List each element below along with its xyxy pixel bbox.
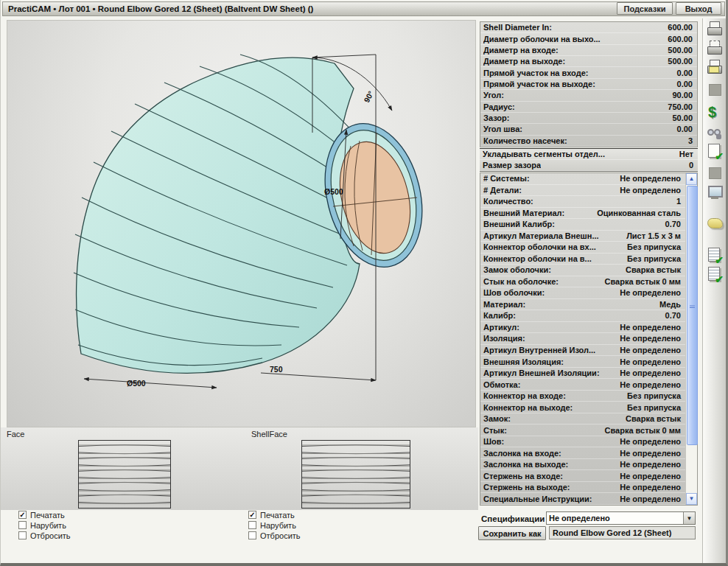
checkbox-печатать[interactable]: ✓Печатать (18, 510, 71, 520)
property-label: Размер зазора (483, 161, 541, 170)
scrollbar[interactable]: ▲ ▼ (685, 173, 697, 505)
property-row[interactable]: Коннектор на входе:Без припуска (480, 391, 685, 402)
property-row[interactable]: Заслонка на выходе:Не определено (480, 459, 685, 471)
property-row[interactable]: Материал:Медь (480, 299, 685, 311)
pattern-preview-shellface (301, 440, 410, 511)
property-label: Артикул Материала Внешн... (483, 231, 599, 240)
property-row[interactable]: Артикул:Не определено (480, 322, 685, 334)
checkbox-icon[interactable] (18, 521, 27, 529)
property-row[interactable]: Стержень на входе:Не определено (480, 470, 685, 482)
properties-segment-section: Укладывать сегменты отдел...НетРазмер за… (480, 148, 698, 172)
checkbox-отбросить[interactable]: Отбросить (248, 531, 301, 540)
disabled-shape-icon (707, 165, 723, 181)
property-label: Обмотка: (483, 380, 520, 389)
model-viewport[interactable]: 90° Ø500 Ø500 750 (7, 20, 476, 427)
checkbox-отбросить[interactable]: Отбросить (18, 531, 71, 540)
property-row[interactable]: Стержень на выходе:Не определено (480, 482, 685, 494)
property-row[interactable]: Шов оболочки:Не определено (480, 287, 685, 299)
print-icon[interactable] (707, 21, 723, 37)
property-row[interactable]: Укладывать сегменты отдел...Нет (480, 149, 698, 160)
property-row[interactable]: Коннектор оболочки на в...Без припуска (480, 254, 685, 265)
checkbox-icon[interactable]: ✓ (18, 511, 27, 519)
property-row[interactable]: Угол:90.00 (480, 90, 697, 101)
property-row[interactable]: Стык:Сварка встык 0 мм (480, 424, 685, 436)
property-row[interactable]: Изоляция:Не определено (480, 333, 685, 345)
property-row[interactable]: Внешний Калибр:0.70 (480, 219, 685, 231)
checkbox-label: Нарубить (260, 521, 296, 530)
scroll-up-icon[interactable]: ▲ (686, 173, 697, 185)
property-row[interactable]: Количество:1 (480, 196, 685, 208)
property-label: Диаметр оболочки на выхо... (483, 35, 601, 43)
specifications-dropdown[interactable]: Не определено ▼ (546, 511, 696, 525)
property-row[interactable]: Угол шва:0.00 (480, 124, 697, 135)
property-label: Диаметр на выходе: (483, 57, 565, 66)
property-value: 3 (688, 136, 693, 145)
print-label-icon[interactable] (707, 59, 723, 75)
checkbox-icon[interactable] (18, 531, 27, 539)
property-row[interactable]: Размер зазора0 (480, 160, 698, 171)
approve-note-icon[interactable]: ✔ (707, 143, 723, 159)
property-value: Без припуска (627, 403, 681, 412)
property-row[interactable]: # Детали:Не определено (480, 185, 685, 197)
binoculars-gear-icon[interactable] (707, 125, 723, 142)
property-row[interactable]: Артикул Материала Внешн...Лист 1.5 x 3 м (480, 231, 685, 242)
property-row[interactable]: Внешняя Изоляция:Не определено (480, 356, 685, 368)
property-label: Коннектор оболочки на в... (483, 254, 592, 263)
property-row[interactable]: Внешний Материал:Оцинкованная сталь (480, 208, 685, 220)
property-label: Количество насечек: (483, 136, 567, 145)
property-label: Зазор: (483, 113, 509, 122)
property-row[interactable]: Обмотка:Не определено (480, 379, 685, 391)
monitor-icon[interactable] (707, 184, 723, 200)
property-value: 750.00 (668, 102, 693, 111)
checkbox-печатать[interactable]: ✓Печатать (248, 510, 301, 520)
property-row[interactable]: Коннектор на выходе:Без припуска (480, 402, 685, 413)
property-value: Не определено (620, 495, 681, 503)
property-row[interactable]: Радиус:750.00 (480, 102, 697, 113)
property-value: Не определено (620, 460, 681, 469)
dimension-radius-label: 750 (270, 365, 283, 374)
checkbox-icon[interactable] (248, 521, 256, 529)
property-row[interactable]: Диаметр оболочки на выхо...600.00 (480, 33, 697, 44)
property-row[interactable]: Специальные Инструкции:Не определено (480, 493, 685, 505)
hand-icon[interactable] (707, 214, 723, 230)
property-row[interactable]: Стык на оболочке:Сварка встык 0 мм (480, 276, 685, 288)
property-label: Внешняя Изоляция: (483, 357, 564, 366)
property-row[interactable]: Количество насечек:3 (480, 136, 697, 147)
exit-button[interactable]: Выход (676, 2, 721, 15)
property-value: Сварка встык 0 мм (605, 426, 681, 435)
property-row[interactable]: Артикул Внешней Изоляции:Не определено (480, 368, 685, 380)
property-row[interactable]: Диаметр на выходе:500.00 (480, 56, 697, 67)
scroll-down-icon[interactable]: ▼ (686, 493, 697, 505)
property-row[interactable]: Шов:Не определено (480, 436, 685, 448)
property-label: Изоляция: (483, 334, 525, 343)
property-row[interactable]: Диаметр на входе:500.00 (480, 45, 697, 56)
property-value: Без припуска (627, 242, 681, 251)
document-check-icon[interactable]: ✔ (707, 266, 723, 282)
checkbox-нарубить[interactable]: Нарубить (18, 520, 71, 530)
checkbox-icon[interactable]: ✓ (248, 511, 256, 519)
checkbox-нарубить[interactable]: Нарубить (248, 520, 301, 530)
property-row[interactable]: Заслонка на входе:Не определено (480, 447, 685, 459)
print-preview-icon[interactable] (707, 40, 723, 56)
property-row[interactable]: # Системы:Не определено (480, 173, 685, 185)
property-row[interactable]: Замок:Сварка встык (480, 413, 685, 425)
property-row[interactable]: Калибр:0.70 (480, 310, 685, 322)
property-row[interactable]: Зазор:50.00 (480, 113, 697, 124)
property-label: Диаметр на входе: (483, 46, 559, 55)
property-row[interactable]: Коннектор оболочки на вх...Без припуска (480, 242, 685, 254)
property-row[interactable]: Shell Diameter In:600.00 (480, 22, 697, 33)
property-value: Не определено (620, 174, 681, 183)
checklist-icon[interactable]: ✔ (707, 247, 723, 263)
price-icon[interactable]: $ (707, 105, 723, 122)
dropdown-arrow-icon[interactable]: ▼ (683, 512, 695, 524)
save-as-button[interactable]: Сохранить как (478, 526, 546, 540)
property-row[interactable]: Прямой участок на выходе:0.00 (480, 79, 697, 90)
hints-button[interactable]: Подсказки (617, 2, 673, 15)
property-row[interactable]: Артикул Внутренней Изол...Не определено (480, 345, 685, 357)
checkbox-icon[interactable] (248, 531, 256, 539)
property-row[interactable]: Прямой участок на входе:0.00 (480, 67, 697, 78)
property-value: 0.00 (677, 80, 693, 88)
property-row[interactable]: Замок оболочки:Сварка встык (480, 265, 685, 276)
save-name-field[interactable]: Round Elbow Gored 12 (Sheet) (549, 526, 696, 539)
scroll-thumb[interactable] (687, 186, 698, 445)
